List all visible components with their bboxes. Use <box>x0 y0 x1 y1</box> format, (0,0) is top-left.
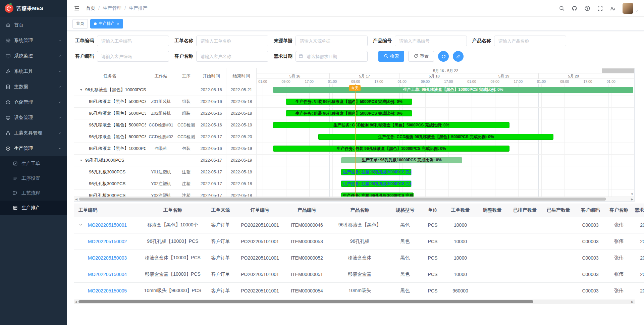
gantt-task-name: 96孔孔板3000PCS <box>74 190 146 197</box>
gantt-table-row[interactable]: 96孔移液盒【黑色】5000PCSCCD检测#02CCD检测2022-05-17… <box>74 131 257 143</box>
table-cell-name: 96孔孔板【10000】PCS <box>141 233 205 250</box>
user-menu[interactable] <box>623 3 639 14</box>
gantt-bar[interactable]: 生产任务: 包装 96孔移液盒【黑色】10000PCS 完成比例: 0% <box>273 146 509 152</box>
gantt-end-time: 2022-05-21 <box>226 84 257 96</box>
work-order-code-link[interactable]: MO202205150003 <box>88 255 127 261</box>
sidebar-item-process-flow[interactable]: 工艺流程 <box>0 186 67 201</box>
timeline-hour-label: 17:00 <box>374 79 383 84</box>
gantt-table-row[interactable]: 96孔移液盒【黑色】5000PCSCCD检测#01CCD检测2022-05-16… <box>74 119 257 131</box>
gantt-process: 注塑 <box>176 190 196 197</box>
refresh-circle-button[interactable] <box>438 51 449 62</box>
table-horizontal-scrollbar[interactable]: ◀ ▶ <box>74 300 635 304</box>
search-icon[interactable] <box>559 5 565 11</box>
filter-field-label: 产品编号 <box>373 38 392 44</box>
input-wrapper <box>296 36 368 46</box>
github-icon[interactable] <box>572 5 578 11</box>
gantt-bar[interactable]: 生产任务: 组装 96孔移液盒【黑色】5000PCS 完成比例: 0% <box>286 99 412 105</box>
scroll-left-icon[interactable]: ◀ <box>75 197 77 201</box>
gantt-bar[interactable]: 生产任务: 注塑 96孔孔板3000PCS 完成比例: 0% <box>341 193 414 197</box>
sidebar-menu: 首页系统管理系统监控系统工具主数据仓储管理设备管理工装夹具管理生产管理生产工单工… <box>0 17 67 325</box>
sidebar-item-label: 设备管理 <box>14 115 33 121</box>
work-order-code-link[interactable]: MO202205150005 <box>88 288 127 293</box>
reset-button[interactable]: 重置 <box>408 51 434 62</box>
edit-circle-button[interactable] <box>453 51 464 62</box>
gantt-table-row[interactable]: 96孔孔板3000PCSY02注塑机注塑2022-05-172022-05-18 <box>74 178 257 190</box>
sidebar-item-scheduling[interactable]: 生产排产 <box>0 201 67 215</box>
sidebar-item-equipment[interactable]: 设备管理 <box>0 110 67 125</box>
gantt-bar[interactable]: 生产任务: CCD检测 96孔移液盒【黑色】5000PCS 完成比例: 0% <box>318 134 553 140</box>
table-row[interactable]: MO202205150003移液盒盒体【10000】PCS客户订单PO20220… <box>74 250 644 266</box>
gantt-table-row[interactable]: 96孔移液盒【黑色】5000PCSZ02组装机组装2022-05-162022-… <box>74 108 257 119</box>
table-column-header: 客户编码 <box>575 204 605 217</box>
sidebar-item-label: 系统工具 <box>14 68 33 74</box>
text-input[interactable] <box>494 36 566 46</box>
text-input[interactable] <box>196 36 268 46</box>
sidebar-item-system-admin[interactable]: 系统管理 <box>0 33 67 48</box>
gantt-bar[interactable]: 生产任务: 注塑 96孔孔板3000PCS 完成比例: 0% <box>341 169 411 175</box>
table-cell-qty: 10000 <box>444 217 476 233</box>
text-input[interactable] <box>395 36 467 46</box>
gantt-horizontal-scrollbar[interactable]: ◀ ▶ <box>74 197 634 201</box>
text-input[interactable] <box>296 36 368 46</box>
sidebar-item-master-data[interactable]: 主数据 <box>0 79 67 95</box>
breadcrumb-item[interactable]: 生产管理 <box>103 5 121 11</box>
sidebar-item-system-tools[interactable]: 系统工具 <box>0 64 67 79</box>
gantt-table-row[interactable]: 96孔移液盒【黑色】5000PCSZ01组装机组装2022-05-162022-… <box>74 96 257 108</box>
avatar[interactable] <box>623 3 633 14</box>
work-order-code-link[interactable]: MO202205150001 <box>88 222 127 228</box>
monitor-icon <box>5 53 11 59</box>
gantt-scrollbar-thumb[interactable] <box>79 198 606 201</box>
sidebar-item-work-order[interactable]: 生产工单 <box>0 156 67 171</box>
tab-生产排产[interactable]: 生产排产× <box>90 19 123 29</box>
text-input[interactable] <box>97 36 169 46</box>
task-name-text: 96孔移液盒【黑色】10000PCS <box>89 146 146 152</box>
scroll-left-icon[interactable]: ◀ <box>75 300 77 304</box>
gantt-table-row[interactable]: 96孔孔板3000PCSY01注塑机注塑2022-05-172022-05-18 <box>74 166 257 178</box>
table-cell-order_no: PO202205101001 <box>236 250 283 266</box>
gantt-bar[interactable]: 生产工单: 96孔孔板10000PCS 完成比例: 0% <box>341 157 462 163</box>
gantt-bar[interactable]: 生产任务: 组装 96孔移液盒【黑色】5000PCS 完成比例: 0% <box>286 110 412 116</box>
sidebar-item-production[interactable]: 生产管理 <box>0 141 67 156</box>
gantt-bar[interactable]: 生产工单: 96孔移液盒【黑色】10000PCS 完成比例: 0% <box>273 87 633 93</box>
sidebar-item-process-setup[interactable]: 工序设置 <box>0 171 67 186</box>
gantt-table-row[interactable]: 96孔孔板3000PCSY03注塑机注塑2022-05-172022-05-18 <box>74 190 257 197</box>
work-order-code-link[interactable]: MO202205150002 <box>88 239 127 244</box>
sidebar-item-warehouse[interactable]: 仓储管理 <box>0 95 67 110</box>
expand-caret-icon[interactable] <box>78 223 83 227</box>
fullscreen-icon[interactable] <box>597 5 603 11</box>
gantt-table-row[interactable]: 96孔移液盒【黑色】10000PCS包装机包装2022-05-162022-05… <box>74 143 257 155</box>
sidebar-item-label: 生产管理 <box>14 146 33 152</box>
table-row[interactable]: MO20220515000510mm吸头【960000】PCS客户订单PO202… <box>74 283 644 299</box>
gantt-table-row[interactable]: 96孔孔板10000PCS2022-05-172022-05-19 <box>74 155 257 166</box>
gantt-bar[interactable]: 生产任务: 注塑 96孔孔板3000PCS 完成比例: 0% <box>341 181 411 187</box>
date-input[interactable] <box>296 51 368 62</box>
table-row[interactable]: MO202205150001移液盒【黑色】10000个客户订单PO2022051… <box>74 217 644 233</box>
close-icon[interactable]: × <box>117 21 119 26</box>
help-icon[interactable] <box>584 5 590 11</box>
sidebar-toggle-icon[interactable] <box>72 4 81 13</box>
gantt-bar[interactable]: 生产任务: CCD检测 96孔移液盒【黑色】5000PCS 完成比例: 0% <box>273 122 509 128</box>
breadcrumb-item[interactable]: 生产排产 <box>129 5 148 11</box>
expand-caret-icon[interactable] <box>79 88 84 92</box>
work-order-code-link[interactable]: MO202205150004 <box>88 272 127 277</box>
timeline-day-row: 5月 165月 175月 185月 195月 20 <box>257 73 634 79</box>
scroll-down-icon[interactable]: ▼ <box>631 193 634 196</box>
sidebar-item-fixture[interactable]: 工装夹具管理 <box>0 125 67 141</box>
table-scrollbar-thumb[interactable] <box>78 300 533 303</box>
gantt-table-row[interactable]: 96孔移液盒【黑色】10000PCS2022-05-162022-05-21 <box>74 84 257 96</box>
table-row[interactable]: MO20220515000296孔孔板【10000】PCS客户订单PO20220… <box>74 233 644 250</box>
sidebar-item-home[interactable]: 首页 <box>0 17 67 33</box>
gantt-process: 包装 <box>176 143 196 154</box>
font-size-icon[interactable] <box>610 5 616 11</box>
text-input[interactable] <box>196 51 268 62</box>
breadcrumb-item[interactable]: 首页 <box>86 5 95 11</box>
search-button[interactable]: 搜索 <box>378 51 404 62</box>
table-row[interactable]: MO202205150004移液盒盒盖【10000】PCS客户订单PO20220… <box>74 266 644 283</box>
expand-caret-icon[interactable] <box>79 159 84 162</box>
scroll-right-icon[interactable]: ▶ <box>631 197 633 201</box>
timeline-gridline <box>541 84 542 197</box>
tab-首页[interactable]: 首页 <box>72 19 88 29</box>
scroll-right-icon[interactable]: ▶ <box>631 300 634 304</box>
text-input[interactable] <box>97 51 169 62</box>
sidebar-item-system-monitor[interactable]: 系统监控 <box>0 48 67 64</box>
